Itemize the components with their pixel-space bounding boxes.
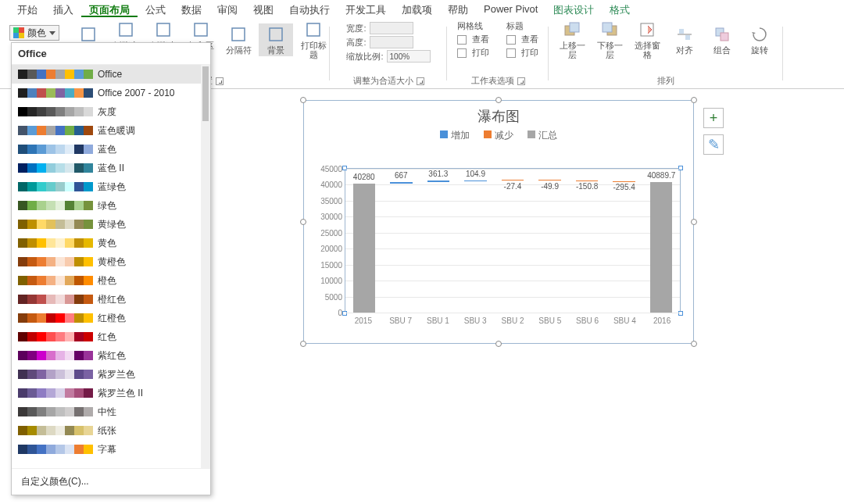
resize-handle[interactable] <box>495 97 502 103</box>
tab-5[interactable]: 审阅 <box>209 2 245 17</box>
theme-item[interactable]: 灰度 <box>12 102 210 121</box>
theme-item[interactable]: 蓝色暖调 <box>12 121 210 140</box>
dialog-launcher-icon[interactable] <box>417 77 424 85</box>
plot-area[interactable]: 0500010000150002000025000300003500040000… <box>345 168 681 313</box>
tab-2[interactable]: 页面布局 <box>81 2 138 17</box>
chart-title[interactable]: 瀑布图 <box>304 101 693 129</box>
resize-handle[interactable] <box>691 219 697 225</box>
chart-style-brush-button[interactable]: ✎ <box>703 134 724 155</box>
bar[interactable] <box>353 184 376 313</box>
bar[interactable] <box>650 182 673 313</box>
theme-item[interactable]: 蓝绿色 <box>12 177 210 196</box>
dialog-launcher-icon[interactable] <box>216 77 224 85</box>
gridlines-print-check[interactable]: 打印 <box>456 47 491 59</box>
theme-item[interactable]: 橙色 <box>12 271 210 290</box>
chart-add-element-button[interactable]: + <box>703 108 724 128</box>
gridlines-view-check[interactable]: 查看 <box>456 34 491 45</box>
bar[interactable] <box>464 181 487 181</box>
resize-handle[interactable] <box>300 219 306 225</box>
theme-item[interactable]: 红橙色 <box>12 309 210 327</box>
headings-heading: 标题 <box>505 20 540 32</box>
bar[interactable] <box>427 181 450 181</box>
plot-handle[interactable] <box>678 311 683 316</box>
theme-name: 红橙色 <box>98 312 126 325</box>
bar[interactable] <box>502 180 524 181</box>
scale-zoom-input[interactable]: 100% <box>387 50 431 63</box>
resize-handle[interactable] <box>691 341 697 347</box>
dialog-launcher-icon[interactable] <box>517 77 525 85</box>
x-axis[interactable]: 2015SBU 7SBU 1SBU 3SBU 2SBU 5SBU 6SBU 42… <box>345 316 681 329</box>
theme-item[interactable]: 紫红色 <box>12 346 210 365</box>
tab-6[interactable]: 视图 <box>245 2 281 17</box>
ribbon-btn-选择窗格[interactable]: 选择窗格 <box>630 19 664 61</box>
theme-item[interactable]: 蓝色 <box>12 140 210 159</box>
ribbon-btn-旋转[interactable]: 旋转 <box>742 23 777 56</box>
resize-handle[interactable] <box>300 341 306 347</box>
theme-item[interactable]: 黄绿色 <box>12 215 210 234</box>
theme-item[interactable]: 紫罗兰色 II <box>12 384 210 402</box>
headings-print-check[interactable]: 打印 <box>505 47 540 59</box>
theme-item[interactable]: 紫罗兰色 <box>12 365 210 384</box>
bar[interactable] <box>538 180 561 181</box>
x-tick: 2016 <box>653 316 671 325</box>
theme-item[interactable]: 中性 <box>12 402 210 421</box>
scale-width-input[interactable] <box>370 22 413 34</box>
theme-item[interactable]: 橙红色 <box>12 290 210 309</box>
headings-view-check[interactable]: 查看 <box>505 34 540 45</box>
svg-rect-4 <box>232 28 245 41</box>
tab-4[interactable]: 数据 <box>173 2 209 17</box>
theme-name: Office <box>98 69 122 80</box>
theme-item[interactable]: Office 2007 - 2010 <box>12 84 210 102</box>
theme-item[interactable]: 绿色 <box>12 196 210 215</box>
legend-swatch-decrease <box>484 130 492 138</box>
legend-label-decrease: 减少 <box>495 130 513 141</box>
tab-12[interactable]: 图表设计 <box>545 2 602 17</box>
theme-item[interactable]: 红色 <box>12 327 210 346</box>
tab-10[interactable]: 帮助 <box>440 2 476 17</box>
plot-handle[interactable] <box>678 166 683 170</box>
data-label: 40889.7 <box>647 171 675 180</box>
theme-item[interactable]: 字幕 <box>12 440 210 459</box>
group-label-sheet: 工作表选项 <box>471 75 514 87</box>
resize-handle[interactable] <box>495 341 502 347</box>
bar[interactable] <box>576 181 599 181</box>
ribbon-btn-背景[interactable]: 背景 <box>259 23 293 56</box>
y-tick: 10000 <box>320 277 345 285</box>
tab-13[interactable]: 格式 <box>602 2 638 17</box>
scrollbar[interactable] <box>201 65 210 468</box>
tab-7[interactable]: 自动执行 <box>281 2 338 17</box>
theme-colors-button[interactable]: 颜色 <box>9 25 59 41</box>
svg-rect-16 <box>721 33 728 41</box>
chart-object[interactable]: 瀑布图 增加 减少 汇总 050001000015000200002500030… <box>303 100 694 344</box>
theme-name: 橙红色 <box>98 293 126 306</box>
tab-11[interactable]: Power Pivot <box>476 2 545 17</box>
theme-list[interactable]: OfficeOffice 2007 - 2010灰度蓝色暖调蓝色蓝色 II蓝绿色… <box>12 64 210 469</box>
tab-8[interactable]: 开发工具 <box>338 2 394 17</box>
ribbon-btn-上移一层[interactable]: 上移一层 <box>555 19 589 61</box>
tab-9[interactable]: 加载项 <box>394 2 440 17</box>
tab-1[interactable]: 插入 <box>45 2 81 17</box>
ribbon-btn-下移一层[interactable]: 下移一层 <box>592 19 627 61</box>
theme-item[interactable]: 黄橙色 <box>12 252 210 271</box>
chart-legend[interactable]: 增加 减少 汇总 <box>304 129 693 147</box>
ribbon-btn-组合[interactable]: 组合 <box>705 23 739 56</box>
tab-3[interactable]: 公式 <box>138 2 173 17</box>
bar[interactable] <box>390 182 413 184</box>
theme-item[interactable]: 黄色 <box>12 234 210 252</box>
group-scale: 宽度: 高度: 缩放比例:100% 调整为合适大小 <box>330 19 447 88</box>
scale-height-input[interactable] <box>370 36 413 48</box>
svg-rect-1 <box>120 23 132 36</box>
ribbon-btn-打印标题[interactable]: 打印标题 <box>296 19 331 61</box>
tab-0[interactable]: 开始 <box>9 2 45 17</box>
custom-colors-menu[interactable]: 自定义颜色(C)... <box>12 469 210 495</box>
resize-handle[interactable] <box>300 97 306 103</box>
ribbon-btn-分隔符[interactable]: 分隔符 <box>221 23 256 56</box>
theme-item[interactable]: 纸张 <box>12 421 210 440</box>
theme-item[interactable]: 蓝色 II <box>12 159 210 177</box>
theme-name: 字幕 <box>98 443 116 456</box>
ribbon-btn-对齐[interactable]: 对齐 <box>667 23 702 56</box>
theme-item[interactable]: Office <box>12 65 210 84</box>
scale-width-label: 宽度: <box>346 23 366 34</box>
scroll-thumb[interactable] <box>202 66 209 121</box>
resize-handle[interactable] <box>691 97 697 103</box>
